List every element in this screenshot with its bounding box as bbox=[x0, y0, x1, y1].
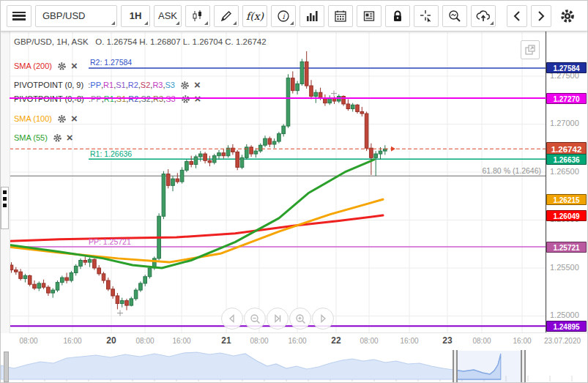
hamburger-icon bbox=[12, 12, 26, 21]
timeframe-label: 1H bbox=[130, 10, 142, 21]
indicator-remove-icon[interactable]: × bbox=[194, 80, 201, 90]
pivot-token-S2: S2 bbox=[141, 81, 150, 89]
fx-icon: f(x) bbox=[246, 10, 264, 22]
price-side-select[interactable]: ASK bbox=[154, 5, 182, 27]
viewport-start-handle[interactable] bbox=[453, 350, 458, 383]
pivot-magenta-line bbox=[10, 97, 546, 99]
time-tick: 16:00 bbox=[400, 337, 418, 345]
timeframe-select[interactable]: 1H bbox=[121, 5, 150, 27]
detach-chart-button[interactable] bbox=[521, 40, 540, 59]
indicator-remove-icon[interactable]: × bbox=[67, 133, 73, 143]
price-side-label: ASK bbox=[158, 10, 177, 21]
price-tick: 1.25000 bbox=[550, 311, 579, 319]
price-level-badge: 1.24895 bbox=[546, 321, 587, 332]
indicator-settings-gear-icon[interactable] bbox=[180, 81, 190, 90]
price-tick: 1.26500 bbox=[550, 167, 579, 176]
left-rail bbox=[1, 31, 10, 333]
magnifier-minus-icon bbox=[250, 313, 261, 324]
time-tick: 08:00 bbox=[360, 337, 378, 345]
time-tick-day: 22 bbox=[331, 335, 340, 346]
upload-button[interactable] bbox=[471, 5, 496, 27]
news-button[interactable] bbox=[357, 5, 382, 27]
candlestick-icon bbox=[191, 10, 204, 23]
symbol-select[interactable]: GBP/USD bbox=[35, 5, 117, 27]
gear-icon bbox=[559, 8, 576, 24]
go-to-latest-button[interactable] bbox=[267, 308, 289, 330]
time-tick: 16:00 bbox=[63, 337, 81, 345]
indicator-remove-icon[interactable]: × bbox=[71, 114, 78, 124]
calendar-icon bbox=[334, 10, 347, 23]
back-button[interactable] bbox=[507, 5, 527, 27]
time-tick: 08:00 bbox=[135, 337, 154, 345]
overview-area-chart bbox=[1, 350, 588, 383]
price-tick: 1.25500 bbox=[550, 263, 579, 272]
indicator-settings-gear-icon[interactable] bbox=[57, 62, 67, 71]
histogram-icon bbox=[305, 10, 319, 23]
settings-button[interactable] bbox=[555, 5, 580, 27]
crosshair-icon bbox=[420, 10, 433, 23]
volume-button[interactable] bbox=[299, 5, 324, 27]
time-tick: 23.07.2020 bbox=[544, 337, 581, 345]
legend-row-pivotpoint-1: PIVOTPOINT (0, 9) : PP, R1, S1, R2, S2, … bbox=[14, 78, 201, 92]
time-tick-day: 23 bbox=[442, 335, 452, 346]
time-tick: 08:00 bbox=[19, 337, 37, 345]
crosshair-button[interactable] bbox=[414, 5, 439, 27]
indicator-remove-icon[interactable]: × bbox=[71, 61, 78, 71]
svg-text:PP: 1.25721: PP: 1.25721 bbox=[89, 237, 131, 246]
price-level-badge: 1.27584 bbox=[546, 62, 587, 73]
info-icon: i bbox=[277, 10, 290, 23]
price-level-badge: 1.26049 bbox=[546, 210, 587, 221]
cloud-upload-icon bbox=[476, 10, 491, 23]
price-level-badge: 1.26636 bbox=[546, 154, 587, 165]
indicator-settings-gear-icon[interactable] bbox=[53, 133, 62, 143]
symbol-label: GBP/USD bbox=[42, 10, 86, 21]
pan-right-button[interactable] bbox=[312, 308, 334, 330]
pivot-token-S3: S3 bbox=[165, 81, 175, 89]
candlestick-plot: R2: 1.27584R1: 1.2663661.80 % (1.2646)PP… bbox=[1, 31, 588, 333]
forward-button[interactable] bbox=[531, 5, 551, 27]
lock-button[interactable] bbox=[385, 5, 410, 27]
chart-nav-overlay bbox=[221, 308, 334, 330]
expand-icon bbox=[524, 44, 536, 56]
pan-left-button[interactable] bbox=[221, 308, 243, 330]
svg-text:61.80 % (1.2646): 61.80 % (1.2646) bbox=[482, 166, 541, 175]
price-axis[interactable]: 1.275001.270001.265001.260001.255001.250… bbox=[546, 31, 588, 333]
time-tick-day: 21 bbox=[221, 335, 231, 346]
info-button[interactable]: i bbox=[271, 5, 296, 27]
time-axis[interactable]: 08:0016:002008:0016:002108:0016:002208:0… bbox=[1, 332, 588, 351]
time-tick: 08:00 bbox=[250, 337, 268, 345]
time-tick: 16:00 bbox=[513, 337, 531, 345]
chart-overview-panel[interactable] bbox=[1, 350, 588, 383]
pivot-token-PP: PP bbox=[90, 81, 101, 89]
price-level-badge: 1.25721 bbox=[546, 242, 587, 253]
indicator-settings-gear-icon[interactable] bbox=[57, 114, 67, 124]
pencil-icon bbox=[220, 10, 233, 23]
zoom-out-button[interactable] bbox=[244, 308, 266, 330]
triangle-right-icon bbox=[318, 313, 328, 324]
chart-area[interactable]: R2: 1.27584R1: 1.2663661.80 % (1.2646)PP… bbox=[1, 31, 588, 333]
chevron-right-icon bbox=[536, 10, 546, 22]
news-icon bbox=[362, 10, 376, 23]
pivot-token-R1: R1 bbox=[103, 81, 113, 89]
time-tick: 08:00 bbox=[472, 337, 491, 345]
legend-label: PIVOTPOINT (0, 9) bbox=[14, 81, 83, 89]
chevron-left-icon bbox=[512, 10, 522, 22]
calendar-button[interactable] bbox=[328, 5, 353, 27]
legend-label: SMA (200) bbox=[14, 62, 52, 70]
ohlc-readout: GBP/USD, 1H, ASK O. 1.26754 H. 1.26807 L… bbox=[14, 37, 267, 46]
pivot-token-R3: R3 bbox=[152, 81, 163, 89]
triangle-left-icon bbox=[227, 313, 237, 324]
draw-tools-button[interactable] bbox=[214, 5, 239, 27]
zoom-in-button[interactable] bbox=[289, 308, 311, 330]
chart-type-button[interactable] bbox=[185, 5, 210, 27]
panel-drag-handle[interactable] bbox=[1, 187, 9, 229]
overview-left-handle[interactable] bbox=[4, 352, 9, 382]
price-level-badge: 1.26215 bbox=[546, 194, 587, 205]
legend-label: SMA (55) bbox=[14, 133, 48, 142]
svg-text:R2: 1.27584: R2: 1.27584 bbox=[90, 58, 132, 67]
indicators-button[interactable]: f(x) bbox=[242, 5, 267, 27]
viewport-end-handle[interactable] bbox=[521, 350, 526, 383]
legend-row-sma200: SMA (200)× bbox=[14, 59, 78, 72]
zoom-mode-button[interactable] bbox=[442, 5, 467, 27]
menu-button[interactable] bbox=[7, 5, 31, 27]
